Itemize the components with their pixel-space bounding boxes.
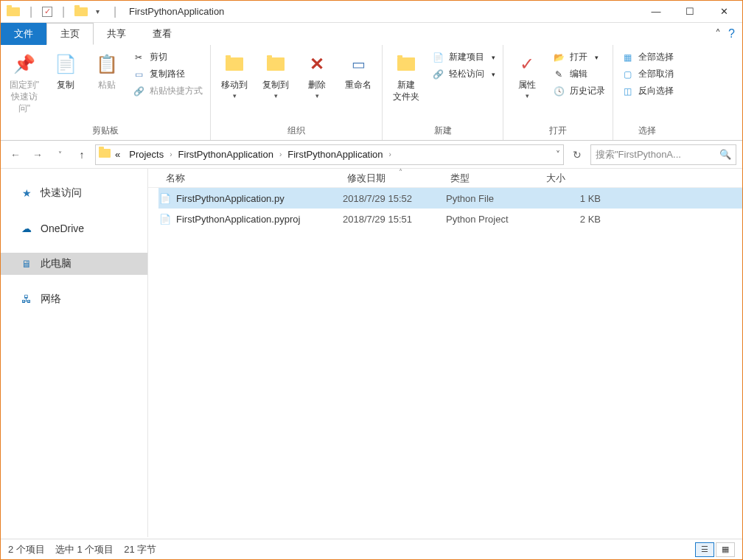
tab-home[interactable]: 主页 (46, 23, 94, 45)
column-header-type[interactable]: 类型 (443, 172, 539, 185)
ribbon-group-select: ▦全部选择 ▢全部取消 ◫反向选择 选择 (613, 45, 681, 140)
copy-button[interactable]: 📄 复制 (46, 48, 85, 91)
minimize-button[interactable]: — (639, 1, 673, 23)
copy-icon: 📄 (52, 51, 79, 77)
paste-shortcut-button[interactable]: 🔗粘贴快捷方式 (129, 85, 206, 97)
forward-button[interactable]: → (29, 146, 46, 164)
history-icon: 🕓 (552, 86, 565, 97)
project-file-icon: 📄 (158, 212, 172, 225)
address-dropdown-icon[interactable]: ˅ (556, 150, 560, 160)
file-row[interactable]: 📄FirstPythonApplication.pyproj 2018/7/29… (158, 209, 742, 229)
address-bar: ← → ˅ ↑ « Projects › FirstPythonApplicat… (1, 141, 742, 169)
paste-icon: 📋 (94, 51, 120, 77)
search-placeholder: 搜索"FirstPythonA... (596, 148, 681, 161)
easy-access-button[interactable]: 🔗轻松访问▾ (428, 68, 498, 80)
properties-icon: ✓ (514, 51, 540, 77)
star-icon: ★ (20, 186, 33, 200)
breadcrumb-bar[interactable]: « Projects › FirstPythonApplication › Fi… (95, 144, 564, 165)
file-row[interactable]: 📄FirstPythonApplication.py 2018/7/29 15:… (158, 188, 742, 209)
refresh-button[interactable]: ↻ (568, 146, 586, 164)
ribbon-group-organize: 移动到 ▾ 复制到 ▾ ✕ 删除 ▾ ▭ 重命名 组织 (211, 45, 383, 140)
breadcrumb-item[interactable]: FirstPythonApplication (283, 149, 387, 160)
chevron-right-icon[interactable]: › (278, 150, 283, 158)
view-details-button[interactable]: ☰ (695, 542, 714, 557)
invert-icon: ◫ (621, 86, 634, 97)
column-headers: 名称 修改日期 类型 大小 (148, 169, 742, 188)
rename-icon: ▭ (345, 51, 372, 77)
status-selected-count: 选中 1 个项目 (55, 543, 114, 556)
python-file-icon: 📄 (158, 192, 172, 205)
column-header-date[interactable]: 修改日期 (340, 172, 443, 185)
ribbon: 📌 固定到"快速访问" 📄 复制 📋 粘贴 ✂剪切 ▭复制路径 🔗粘贴快捷方式 … (1, 45, 742, 141)
tab-share[interactable]: 共享 (94, 23, 139, 45)
qat-separator: | (24, 5, 38, 18)
column-header-name[interactable]: 名称 (148, 172, 340, 185)
path-icon: ▭ (132, 69, 145, 80)
select-all-button[interactable]: ▦全部选择 (618, 51, 677, 63)
sidebar-item-onedrive[interactable]: ☁ OneDrive (1, 217, 147, 239)
chevron-right-icon[interactable]: › (388, 150, 393, 158)
copy-to-icon (262, 51, 289, 77)
delete-button[interactable]: ✕ 删除 ▾ (298, 48, 336, 99)
history-button[interactable]: 🕓历史记录 (549, 85, 608, 97)
chevron-right-icon[interactable]: › (168, 150, 173, 158)
properties-button[interactable]: ✓ 属性 ▾ (508, 48, 546, 99)
new-item-icon: 📄 (431, 52, 444, 63)
checkbox-icon[interactable]: ✓ (42, 7, 52, 17)
window-title: FirstPythonApplication (129, 6, 224, 17)
ribbon-group-new: 新建文件夹 📄新建项目▾ 🔗轻松访问▾ 新建 (383, 45, 503, 140)
breadcrumb-item[interactable]: FirstPythonApplication (174, 149, 278, 160)
qat-separator: | (108, 5, 122, 18)
breadcrumb-item[interactable]: Projects (125, 149, 168, 160)
edit-button[interactable]: ✎编辑 (549, 68, 608, 80)
tab-view[interactable]: 查看 (139, 23, 185, 45)
open-icon: 📂 (552, 52, 565, 63)
paste-button[interactable]: 📋 粘贴 (88, 48, 126, 91)
status-bar: 2 个项目 选中 1 个项目 21 字节 ☰ ▦ (1, 539, 742, 559)
pin-button[interactable]: 📌 固定到"快速访问" (5, 48, 43, 114)
delete-icon: ✕ (304, 51, 330, 77)
invert-select-button[interactable]: ◫反向选择 (618, 85, 677, 97)
search-input[interactable]: 搜索"FirstPythonA... 🔍 (590, 144, 736, 165)
new-folder-button[interactable]: 新建文件夹 (387, 48, 425, 102)
up-button[interactable]: ↑ (73, 146, 91, 164)
sidebar-item-network[interactable]: 🖧 网络 (1, 288, 147, 310)
chevron-down-icon: ▾ (492, 54, 495, 61)
maximize-button[interactable]: ☐ (673, 1, 707, 23)
select-none-button[interactable]: ▢全部取消 (618, 68, 677, 80)
qat-separator: | (57, 5, 70, 18)
move-icon (221, 51, 248, 77)
ribbon-tabs: 文件 主页 共享 查看 ˄ ? (1, 23, 742, 45)
ribbon-collapse-icon[interactable]: ˄ (715, 27, 721, 41)
search-icon[interactable]: 🔍 (719, 149, 731, 160)
back-button[interactable]: ← (7, 146, 24, 164)
status-bytes: 21 字节 (124, 543, 156, 556)
sort-indicator-icon: ˄ (399, 168, 402, 176)
recent-dropdown[interactable]: ˅ (51, 146, 69, 164)
new-folder-icon (393, 51, 419, 77)
file-list-pane: ˄ 名称 修改日期 类型 大小 📄FirstPythonApplication.… (148, 169, 742, 537)
open-button[interactable]: 📂打开▾ (549, 51, 608, 63)
select-all-icon: ▦ (621, 52, 634, 63)
new-item-button[interactable]: 📄新建项目▾ (428, 51, 498, 63)
column-header-size[interactable]: 大小 (539, 172, 605, 185)
shortcut-icon: 🔗 (132, 86, 145, 97)
copy-to-button[interactable]: 复制到 ▾ (257, 48, 295, 99)
rename-button[interactable]: ▭ 重命名 (339, 48, 377, 91)
folder-icon[interactable] (74, 7, 88, 16)
copy-path-button[interactable]: ▭复制路径 (129, 68, 206, 80)
folder-icon (99, 149, 111, 160)
move-to-button[interactable]: 移动到 ▾ (215, 48, 254, 99)
tab-file[interactable]: 文件 (1, 23, 46, 45)
cut-button[interactable]: ✂剪切 (129, 51, 206, 63)
sidebar-item-this-pc[interactable]: 🖥 此电脑 (1, 253, 147, 275)
chevron-down-icon: ▾ (595, 54, 599, 61)
scissors-icon: ✂ (132, 52, 145, 63)
breadcrumb-ellipsis[interactable]: « (111, 149, 125, 160)
view-tiles-button[interactable]: ▦ (716, 542, 735, 557)
close-button[interactable]: ✕ (707, 1, 741, 23)
help-icon[interactable]: ? (728, 27, 735, 41)
sidebar-item-quick-access[interactable]: ★ 快速访问 (1, 182, 147, 204)
folder-icon (7, 7, 20, 16)
qat-dropdown-icon[interactable]: ▾ (91, 7, 104, 15)
